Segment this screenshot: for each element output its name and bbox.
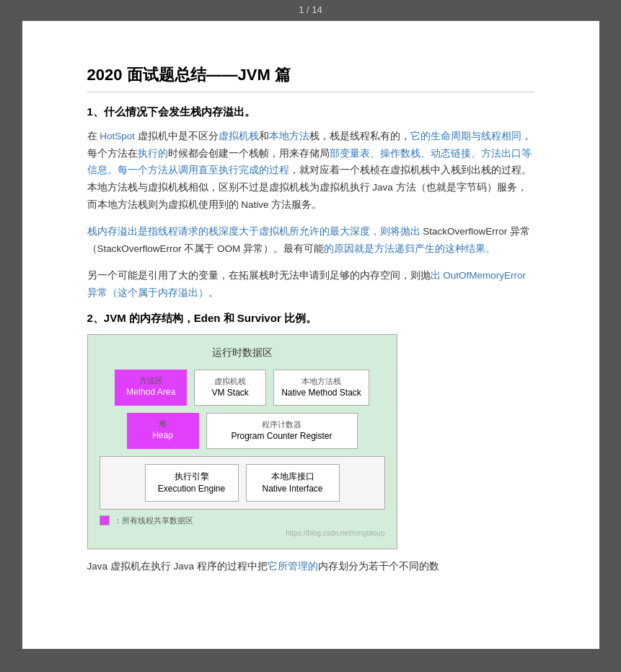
section2-heading: 2、JVM 的内存结构，Eden 和 Survivor 比例。 [87,312,534,326]
highlight-it: 它的生命周期与线程相同 [410,131,521,141]
page-indicator: 1 / 14 [299,4,322,15]
method-area-label-en: Method Area [122,386,180,398]
paragraph-3: 另一个可能是引用了大的变量，在拓展栈时无法申请到足够的内存空间，则抛出 OutO… [87,267,534,301]
diagram-legend: ：所有线程共享数据区 [100,515,385,526]
method-area-box: 方法区 Method Area [115,370,187,406]
heap-label-en: Heap [134,429,192,442]
legend-color-box [100,515,110,525]
diagram-row-1: 方法区 Method Area 虚拟机栈 VM Stack 本地方法栈 Nati… [100,370,385,406]
native-stack-box: 本地方法栈 Native Method Stack [273,370,369,406]
legend-text: ：所有线程共享数据区 [114,515,193,526]
diagram-watermark: https://blog.csdn.net/rongtaoup [100,529,385,537]
vm-stack-label-en: VM Stack [202,387,258,399]
heap-label-cn: 堆 [134,419,192,429]
native-stack-label-en: Native Method Stack [281,387,361,399]
execution-engine-box: 执行引擎 Execution Engine [145,464,239,502]
page-nav: 1 / 14 [0,0,621,21]
exec-engine-label-en: Execution Engine [156,483,228,495]
vm-stack-label-cn: 虚拟机栈 [202,376,258,387]
heap-box: 堆 Heap [127,413,199,449]
method-area-label-cn: 方法区 [122,375,180,386]
native-interface-label-en: Native Interface [257,483,329,495]
document-page: 2020 面试题总结——JVM 篇 1、什么情况下会发生栈内存溢出。 在 Hot… [22,21,599,649]
highlight-virtual-stack: 虚拟机栈 [219,131,259,141]
native-stack-label-cn: 本地方法栈 [281,376,361,387]
last-paragraph: Java 虚拟机在执行 Java 程序的过程中把它所管理的内存划分为若干个不同的… [87,558,534,575]
highlight-native-stack: 本地方法 [269,131,309,141]
diagram-title: 运行时数据区 [100,346,385,359]
paragraph-2: 栈内存溢出是指线程请求的栈深度大于虚拟机所允许的最大深度，则将抛出 StackO… [87,223,534,257]
native-interface-box: 本地库接口 Native Interface [246,464,340,502]
highlight-oom: 出 OutOfMemoryError 异常（这个属于内存溢出） [87,270,527,298]
last-para-highlight: 它所管理的 [268,561,318,572]
outer-section: 执行引擎 Execution Engine 本地库接口 Native Inter… [100,456,385,510]
highlight-running: 执行的 [138,148,168,159]
counter-label-en: Program Counter Register [214,430,350,442]
program-counter-box: 程序计数器 Program Counter Register [206,413,358,449]
highlight-stackoverflow: 栈内存溢出是指线程请求的栈深度大于虚拟机所允许的最大深度，则将抛出 [87,226,420,237]
vm-stack-box: 虚拟机栈 VM Stack [194,370,266,406]
paragraph-1: 在 HotSpot 虚拟机中是不区分虚拟机栈和本地方法栈，栈是线程私有的，它的生… [87,128,534,213]
native-interface-label-cn: 本地库接口 [257,471,329,483]
exec-engine-label-cn: 执行引擎 [156,471,228,483]
section1-heading: 1、什么情况下会发生栈内存溢出。 [87,105,534,119]
diagram-row-2: 堆 Heap 程序计数器 Program Counter Register [100,413,385,449]
jvm-diagram: 运行时数据区 方法区 Method Area 虚拟机栈 VM Stack 本地方… [87,334,397,549]
highlight-reason: 的原因就是方法递归产生的这种结果。 [324,243,496,254]
highlight-hotspot: HotSpot [100,131,135,141]
outer-row: 执行引擎 Execution Engine 本地库接口 Native Inter… [107,464,377,502]
counter-label-cn: 程序计数器 [214,419,350,430]
document-title: 2020 面试题总结——JVM 篇 [87,64,534,92]
